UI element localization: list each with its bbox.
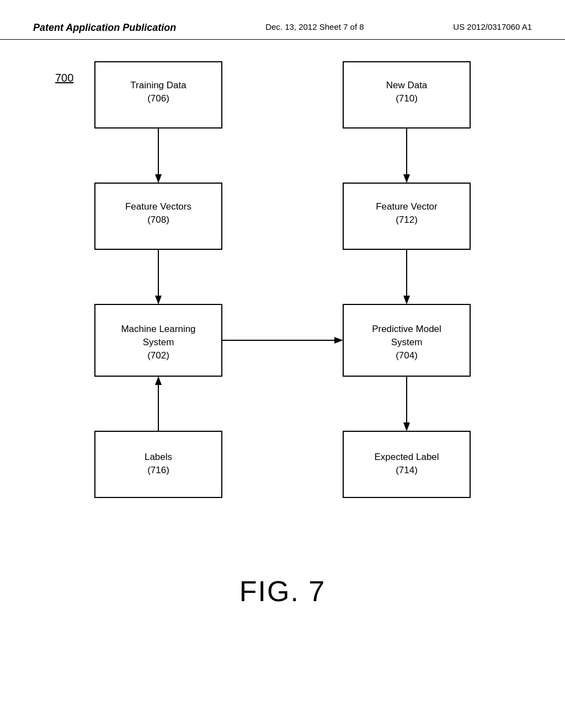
page-header: Patent Application Publication Dec. 13, …: [0, 0, 565, 40]
predictive-model-label1: Predictive Model: [372, 324, 441, 334]
publication-title: Patent Application Publication: [33, 22, 176, 34]
feature-vector-label: Feature Vector: [376, 201, 438, 212]
new-data-number: (710): [396, 93, 418, 104]
arrowhead-3: [155, 376, 162, 385]
figure-caption: FIG. 7: [0, 575, 565, 608]
arrowhead-5: [403, 296, 410, 304]
predictive-model-number: (704): [396, 350, 418, 361]
machine-learning-label1: Machine Learning: [121, 324, 195, 334]
training-data-label: Training Data: [130, 80, 186, 90]
feature-vector-number: (712): [396, 215, 418, 225]
training-data-number: (706): [147, 93, 169, 104]
feature-vectors-number: (708): [147, 215, 169, 225]
labels-box: [95, 431, 222, 497]
new-data-label: New Data: [386, 80, 428, 90]
arrowhead-1: [155, 174, 162, 183]
machine-learning-number: (702): [147, 350, 169, 361]
publication-number: US 2012/0317060 A1: [453, 22, 532, 31]
arrowhead-6: [403, 422, 410, 431]
arrowhead-4: [403, 174, 410, 183]
predictive-model-label2: System: [391, 337, 423, 347]
machine-learning-label2: System: [143, 337, 174, 347]
labels-label: Labels: [145, 452, 172, 462]
feature-vectors-label: Feature Vectors: [125, 201, 191, 212]
diagram-container: Training Data (706) Feature Vectors (708…: [0, 51, 565, 558]
page: Patent Application Publication Dec. 13, …: [0, 0, 565, 728]
expected-label-label: Expected Label: [374, 452, 439, 462]
arrowhead-2: [155, 296, 162, 304]
labels-number: (716): [147, 465, 169, 475]
publication-date-sheet: Dec. 13, 2012 Sheet 7 of 8: [265, 22, 364, 31]
arrowhead-7: [334, 337, 343, 344]
expected-label-number: (714): [396, 465, 418, 475]
flow-diagram-svg: Training Data (706) Feature Vectors (708…: [62, 51, 503, 558]
expected-label-box: [343, 431, 470, 497]
